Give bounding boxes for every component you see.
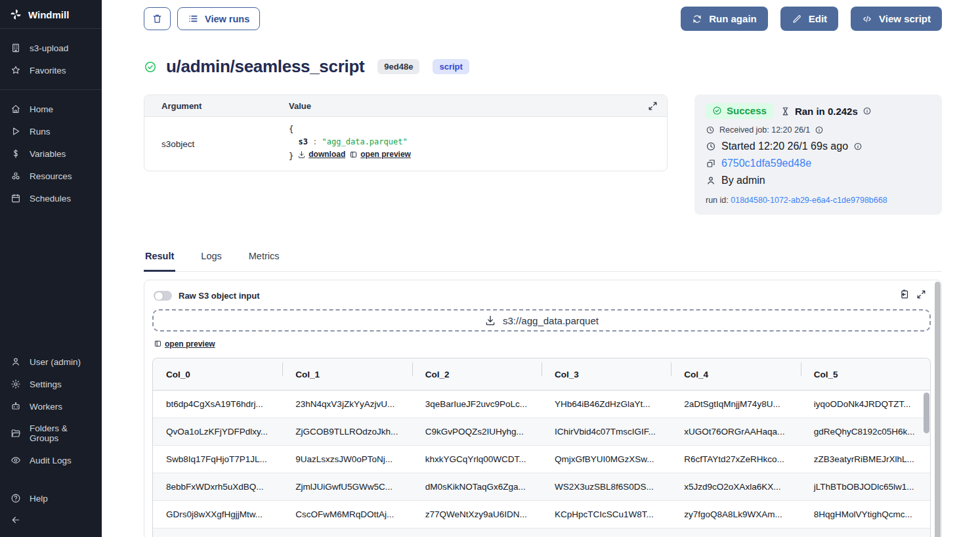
building-icon: [11, 43, 21, 53]
sidebar-collapse[interactable]: [0, 511, 102, 537]
run-id-row: run id: 018d4580-1072-ab29-e6a4-c1de9798…: [706, 196, 931, 205]
trash-icon: [152, 13, 163, 24]
sidebar-item-settings[interactable]: Settings: [0, 373, 102, 395]
table-cell: QmjxGfBYUI0MGzXSw...: [542, 454, 671, 464]
table-cell: Swb8Iq17FqHjoT7P1JL...: [153, 454, 282, 464]
delete-button[interactable]: [144, 7, 171, 30]
s3-uri: s3://agg_data.parquet: [503, 315, 599, 326]
sidebar-bottom: User (admin)SettingsWorkersFolders & Gro…: [0, 343, 102, 537]
sidebar-item-label: Help: [30, 494, 48, 504]
sidebar-item-label: Home: [30, 104, 53, 114]
sidebar-item-label: Folders & Groups: [30, 423, 91, 443]
eye-icon: [11, 455, 21, 465]
column-header-col_1: Col_1: [282, 370, 412, 379]
sidebar-item-schedules[interactable]: Schedules: [0, 187, 102, 209]
sidebar-group-admin: User (admin)SettingsWorkersFolders & Gro…: [0, 343, 102, 479]
view-runs-button[interactable]: View runs: [177, 7, 260, 30]
edit-label: Edit: [809, 13, 827, 24]
refresh-icon: [692, 14, 702, 24]
table-row: Swb8Iq17FqHjoT7P1JL...9UazLsxzsJW0oPToNj…: [153, 446, 930, 473]
copy-result-icon[interactable]: [899, 289, 910, 300]
sidebar-item-audit-logs[interactable]: Audit Logs: [0, 449, 102, 471]
tab-result[interactable]: Result: [144, 251, 175, 272]
download-link[interactable]: download: [297, 148, 345, 161]
sidebar-item-runs[interactable]: Runs: [0, 120, 102, 142]
job-hash-link[interactable]: 6750c1dfa59ed48e: [721, 158, 811, 169]
sidebar-item-variables[interactable]: Variables: [0, 142, 102, 165]
table-cell: 8HqgHMolVYtighQcmc...: [801, 509, 930, 519]
sidebar-item-help[interactable]: Help: [0, 487, 102, 509]
sidebar-item-label: Workers: [30, 402, 62, 412]
job-hash-row: 6750c1dfa59ed48e: [706, 158, 931, 169]
arguments-table-header: Argument Value: [144, 95, 667, 117]
argument-name: s3object: [144, 117, 289, 171]
code-icon: [862, 14, 872, 24]
result-panel: Raw S3 object input s3://agg_data.parque…: [144, 280, 942, 537]
sidebar-item-folders-groups[interactable]: Folders & Groups: [0, 418, 102, 449]
s3-download-zone[interactable]: s3://agg_data.parquet: [152, 309, 931, 332]
success-check-icon: [144, 60, 157, 74]
hourglass-icon: [780, 106, 790, 116]
open-preview-link[interactable]: open preview: [349, 148, 411, 161]
argument-row: s3object { s3 : "agg_data.parquet" }down…: [144, 117, 667, 171]
expand-args-icon[interactable]: [647, 100, 658, 112]
table-cell: YHb64iB46ZdHzGlaYt...: [542, 399, 671, 409]
star-icon: [11, 65, 21, 75]
edit-button[interactable]: Edit: [780, 7, 838, 31]
table-cell: IChirVbid4c07TmscIGIF...: [542, 427, 671, 437]
table-cell: z77QWeNtXzy9aU6IDN...: [412, 509, 542, 519]
arguments-table: Argument Value s3object { s3 : "agg_data…: [144, 95, 668, 171]
run-id-link[interactable]: 018d4580-1072-ab29-e6a4-c1de9798b668: [731, 196, 887, 205]
raw-s3-toggle-label: Raw S3 object input: [179, 291, 260, 301]
main-area: View runs Run again Edit View script u/a…: [102, 0, 980, 537]
sidebar-item-user-admin[interactable]: User (admin): [0, 351, 102, 373]
column-header-col_2: Col_2: [412, 370, 542, 379]
sidebar-item-label: Variables: [30, 149, 66, 159]
table-cell: ZjGCOB9TLLROdzoJkh...: [282, 427, 412, 437]
app-brand-label: Windmill: [28, 9, 69, 20]
duration: Ran in 0.242s: [780, 106, 872, 117]
sidebar-item-home[interactable]: Home: [0, 98, 102, 120]
table-row: GDrs0j8wXXgfHgjjMtw...CscOFwM6MRqDOttAj.…: [153, 501, 930, 528]
play-icon: [11, 126, 21, 137]
open-preview-link[interactable]: open preview: [154, 339, 215, 349]
column-header-col_5: Col_5: [801, 370, 930, 379]
gear-icon: [11, 379, 21, 389]
tab-metrics[interactable]: Metrics: [247, 251, 281, 271]
calendar-icon: [11, 193, 21, 204]
table-row: 8ebbFxWDxrh5uXdBQ...ZjmlJUiGwfU5GWw5C...…: [153, 473, 930, 501]
sidebar-item-resources[interactable]: Resources: [0, 165, 102, 187]
sidebar-item-workers[interactable]: Workers: [0, 395, 102, 418]
table-cell: 8ebbFxWDxrh5uXdBQ...: [153, 482, 282, 492]
boxes-icon: [11, 171, 21, 181]
raw-s3-toggle[interactable]: [154, 291, 172, 301]
app-brand[interactable]: Windmill: [0, 0, 102, 28]
collapse-arrow-icon: [11, 515, 21, 525]
panel-scrollbar[interactable]: [935, 282, 941, 537]
expand-result-icon[interactable]: [916, 289, 927, 300]
clock-icon: [706, 141, 716, 152]
download-icon: [297, 150, 306, 159]
table-cell: 2aDtSgtIqMnjjM74y8U...: [671, 399, 800, 409]
sidebar-item-s3-upload[interactable]: s3-upload: [0, 37, 102, 59]
list-icon: [188, 13, 199, 24]
sidebar-item-label: Settings: [30, 379, 62, 389]
table-cell: zZB3eatyrRiBMEJrXlhL...: [801, 454, 930, 464]
robot-icon: [11, 401, 21, 412]
sidebar-group-workspace: s3-uploadFavorites: [0, 29, 102, 89]
table-cell: x5Jzd9cO2oXAxla6KX...: [671, 482, 800, 492]
table-cell: dM0sKikNOTaqGx6Zga...: [412, 482, 542, 492]
run-again-label: Run again: [709, 13, 757, 24]
table-row-partial: [153, 528, 930, 537]
table-scrollbar[interactable]: [924, 393, 929, 433]
sidebar-item-label: User (admin): [30, 357, 81, 367]
json-key: s3: [298, 137, 307, 146]
run-again-button[interactable]: Run again: [681, 7, 768, 31]
view-script-button[interactable]: View script: [851, 7, 942, 31]
table-cell: QvOa1oLzKFjYDFPdlxy...: [153, 427, 282, 437]
table-cell: jLThBTbOBJODlc65lw1...: [801, 482, 930, 492]
table-cell: 23hN4qxV3jZkYyAzjvU...: [282, 399, 412, 409]
tab-logs[interactable]: Logs: [200, 251, 223, 271]
sidebar-item-favorites[interactable]: Favorites: [0, 59, 102, 81]
received-info-icon: [815, 125, 824, 135]
